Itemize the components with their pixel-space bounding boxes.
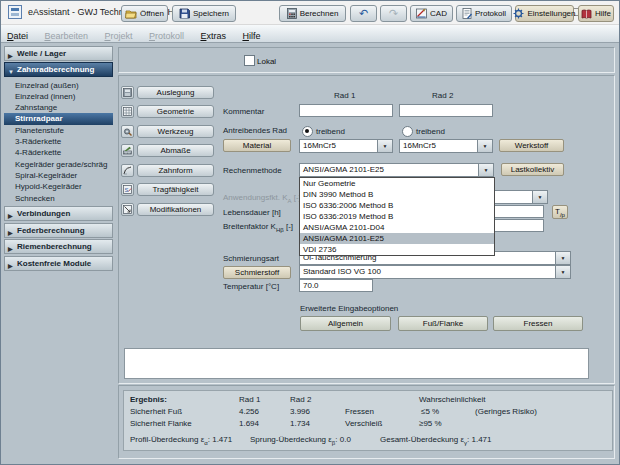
chevron-down-icon[interactable]: ▼	[478, 164, 493, 176]
comment-label: Kommentar	[223, 107, 264, 116]
comment-input-rad2[interactable]	[399, 104, 493, 117]
sidebar-section-riemenberechnung[interactable]: ▶ Riemenberechnung	[4, 239, 113, 254]
undo-button[interactable]: ↶	[350, 5, 377, 22]
sidebar-section-kostenfreie-module[interactable]: ▶ Kostenfreie Module	[4, 256, 113, 271]
geometrie-icon[interactable]	[121, 105, 134, 118]
application-factor-label: Anwendungsfkt. KA [-]	[223, 193, 301, 204]
zahnform-icon[interactable]	[121, 164, 134, 177]
open-button[interactable]: Öffnen	[121, 5, 168, 22]
message-output-box	[124, 348, 589, 379]
sidebar-item-stirnradpaar[interactable]: Stirnradpaar	[4, 113, 113, 125]
advanced-fuss-flanke-button[interactable]: Fuß/Flanke	[398, 316, 488, 331]
method-option-nur-geometrie[interactable]: Nur Geometrie	[300, 178, 494, 189]
werkzeug-icon[interactable]	[121, 125, 134, 138]
material-select-rad2[interactable]: 16MnCr5 ▼	[399, 139, 493, 153]
module-abmasse-button[interactable]: Abmaße	[137, 144, 214, 157]
module-modifikationen-button[interactable]: Modifikationen	[137, 203, 214, 216]
results-col-rad1: Rad 1	[239, 395, 260, 404]
module-werkzeug-button[interactable]: Werkzeug	[137, 125, 214, 138]
cad-button[interactable]: CAD	[410, 5, 453, 22]
menu-bar: Datei Bearbeiten Projekt Protokoll Extra…	[1, 25, 619, 43]
chevron-down-icon[interactable]: ▼	[555, 266, 570, 278]
method-option-agma-2101-d04[interactable]: ANSI/AGMA 2101-D04	[300, 222, 494, 233]
comment-input-rad1[interactable]	[299, 104, 393, 117]
menu-protokoll: Protokoll	[143, 28, 190, 44]
folder-open-icon	[125, 9, 137, 19]
driving-radio-rad2[interactable]	[402, 126, 413, 137]
lubricant-select[interactable]: Standard ISO VG 100 ▼	[299, 265, 571, 279]
temperature-label: Temperatur [°C]	[223, 282, 279, 291]
method-option-din-3990[interactable]: DIN 3990 Method B	[300, 189, 494, 200]
save-button[interactable]: Speichern	[172, 5, 236, 22]
flank-safety-rad2: 1.734	[290, 419, 310, 428]
calculate-button[interactable]: Berechnen	[279, 5, 346, 22]
chevron-down-icon[interactable]: ▼	[477, 140, 492, 152]
chevron-down-icon[interactable]: ▼	[555, 252, 570, 264]
results-col-rad2: Rad 2	[290, 395, 311, 404]
root-safety-label: Sicherheit Fuß	[130, 407, 182, 416]
protocol-button[interactable]: Protokoll	[456, 5, 512, 22]
driving-radio-rad2-label: treibend	[416, 127, 445, 136]
help-book-icon	[581, 9, 592, 19]
sidebar-item-4-raederkette[interactable]: 4-Räderkette	[4, 147, 113, 158]
lifetime-label: Lebensdauer [h]	[223, 208, 281, 217]
driving-wheel-label: Antreibendes Rad	[223, 126, 287, 135]
sidebar-item-planetenstufe[interactable]: Planetenstufe	[4, 125, 113, 136]
collapsed-arrow-icon: ▶	[8, 260, 13, 273]
tp-button[interactable]: T/p	[552, 205, 568, 219]
chevron-down-icon[interactable]: ▼	[532, 191, 547, 203]
redo-button[interactable]: ↷	[380, 5, 407, 22]
sidebar-section-zahnradberechnung[interactable]: ▼ Zahnradberechnung	[4, 62, 113, 77]
abmasse-icon[interactable]	[121, 144, 134, 157]
local-checkbox[interactable]	[244, 55, 255, 66]
sidebar-item-einzelrad-aussen[interactable]: Einzelrad (außen)	[4, 80, 113, 91]
material-button[interactable]: Material	[223, 139, 291, 152]
module-zahnform-button[interactable]: Zahnform	[137, 164, 214, 177]
sidebar-item-3-raederkette[interactable]: 3-Räderkette	[4, 136, 113, 147]
save-disk-icon	[179, 8, 190, 19]
advanced-fressen-button[interactable]: Fressen	[493, 316, 583, 331]
werkstoff-button[interactable]: Werkstoff	[499, 139, 564, 152]
menu-datei[interactable]: Datei	[1, 28, 34, 44]
menu-hilfe[interactable]: Hilfe	[236, 28, 266, 44]
method-option-iso-6336-2019[interactable]: ISO 6336:2019 Method B	[300, 211, 494, 222]
sidebar-item-schnecken[interactable]: Schnecken	[4, 193, 113, 204]
app-icon	[8, 5, 22, 19]
method-option-vdi-2736[interactable]: VDI 2736	[300, 244, 494, 255]
help-button[interactable]: Hilfe	[578, 5, 614, 22]
auslegung-icon[interactable]	[121, 86, 134, 99]
settings-button[interactable]: Einstellungen	[515, 5, 574, 22]
overlap-contact-ratio: Sprung-Überdeckung εβ: 0.0	[250, 435, 351, 446]
module-auslegung-button[interactable]: Auslegung	[137, 86, 214, 99]
method-option-iso-6336-2006[interactable]: ISO 6336:2006 Method B	[300, 200, 494, 211]
module-tragfaehigkeit-button[interactable]: Tragfähigkeit	[137, 183, 214, 196]
module-geometrie-button[interactable]: Geometrie	[137, 105, 214, 118]
chevron-down-icon[interactable]: ▼	[377, 140, 392, 152]
modifikationen-icon[interactable]	[121, 203, 134, 216]
lastkollektiv-button[interactable]: Lastkollektiv	[501, 163, 564, 176]
width-factor-label: Breitenfaktor KHβ [-]	[223, 222, 293, 233]
method-select[interactable]: ANSI/AGMA 2101-E25 ▼	[299, 163, 494, 177]
temperature-input[interactable]: 70.0	[299, 279, 373, 292]
flank-safety-rad1: 1.694	[239, 419, 259, 428]
sidebar-item-zahnstange[interactable]: Zahnstange	[4, 102, 113, 113]
material-select-rad1[interactable]: 16MnCr5 ▼	[299, 139, 393, 153]
sidebar-section-welle-lager[interactable]: ▶ Welle / Lager	[4, 46, 113, 61]
advanced-allgemein-button[interactable]: Allgemein	[300, 316, 391, 331]
local-checkbox-label: Lokal	[257, 57, 276, 66]
sidebar-section-federberechnung[interactable]: ▶ Federberechnung	[4, 223, 113, 238]
sidebar-section-verbindungen[interactable]: ▶ Verbindungen	[4, 206, 113, 221]
sidebar-item-spiral-kegelraeder[interactable]: Spiral-Kegelräder	[4, 170, 113, 181]
sidebar-item-kegelraeder[interactable]: Kegelräder gerade/schräg	[4, 159, 113, 170]
method-dropdown-list: Nur Geometrie DIN 3990 Method B ISO 6336…	[299, 177, 495, 256]
schmierstoff-button[interactable]: Schmierstoff	[223, 266, 291, 279]
tragfaehigkeit-icon[interactable]: S	[121, 183, 134, 196]
method-option-agma-2101-e25[interactable]: ANSI/AGMA 2101-E25	[300, 233, 494, 244]
toolbar	[118, 47, 615, 73]
root-safety-rad1: 4.256	[239, 407, 259, 416]
sidebar-item-hypoid-kegelraeder[interactable]: Hypoid-Kegelräder	[4, 181, 113, 192]
menu-extras[interactable]: Extras	[194, 28, 232, 44]
sidebar-item-einzelrad-innen[interactable]: Einzelrad (innen)	[4, 91, 113, 102]
method-label: Rechenmethode	[223, 166, 282, 175]
driving-radio-rad1[interactable]	[302, 126, 313, 137]
